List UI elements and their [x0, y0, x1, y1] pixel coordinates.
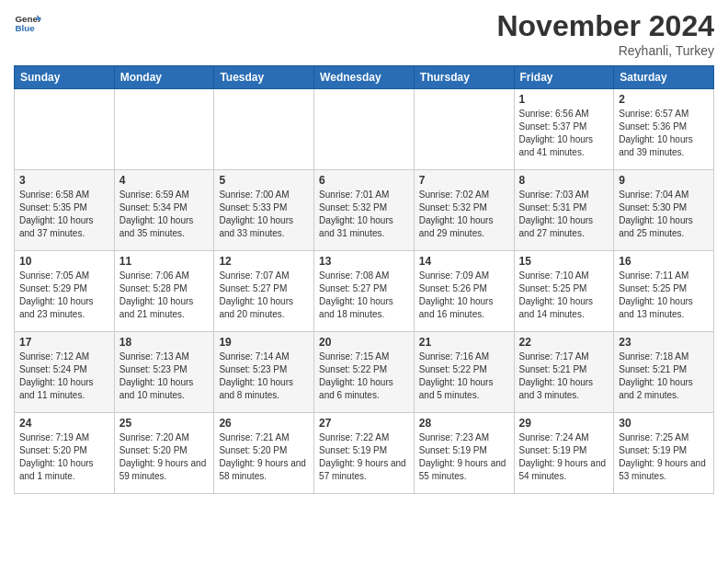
cell-content-1-4: Sunrise: 7:02 AM Sunset: 5:32 PM Dayligh…: [419, 189, 509, 240]
header-area: General Blue November 2024 Reyhanli, Tur…: [14, 9, 714, 58]
cell-3-5: 22Sunrise: 7:17 AM Sunset: 5:21 PM Dayli…: [514, 332, 614, 413]
cell-4-2: 26Sunrise: 7:21 AM Sunset: 5:20 PM Dayli…: [214, 413, 314, 494]
cell-content-4-5: Sunrise: 7:24 AM Sunset: 5:19 PM Dayligh…: [519, 431, 609, 483]
cell-content-1-6: Sunrise: 7:04 AM Sunset: 5:30 PM Dayligh…: [619, 189, 709, 240]
day-number-4-4: 28: [419, 417, 509, 430]
cell-2-2: 12Sunrise: 7:07 AM Sunset: 5:27 PM Dayli…: [214, 251, 314, 332]
day-number-0-6: 2: [619, 93, 709, 106]
header-tuesday: Tuesday: [214, 66, 314, 89]
cell-0-5: 1Sunrise: 6:56 AM Sunset: 5:37 PM Daylig…: [514, 89, 614, 170]
cell-2-6: 16Sunrise: 7:11 AM Sunset: 5:25 PM Dayli…: [614, 251, 714, 332]
cell-content-4-6: Sunrise: 7:25 AM Sunset: 5:19 PM Dayligh…: [619, 431, 709, 483]
cell-content-2-6: Sunrise: 7:11 AM Sunset: 5:25 PM Dayligh…: [619, 270, 709, 321]
day-number-3-2: 19: [219, 336, 309, 349]
day-number-1-3: 6: [319, 174, 409, 187]
day-number-1-4: 7: [419, 174, 509, 187]
day-number-1-6: 9: [619, 174, 709, 187]
cell-3-3: 20Sunrise: 7:15 AM Sunset: 5:22 PM Dayli…: [314, 332, 415, 413]
cell-content-2-3: Sunrise: 7:08 AM Sunset: 5:27 PM Dayligh…: [319, 270, 409, 321]
cell-content-3-0: Sunrise: 7:12 AM Sunset: 5:24 PM Dayligh…: [19, 350, 109, 402]
cell-content-1-1: Sunrise: 6:59 AM Sunset: 5:34 PM Dayligh…: [119, 189, 210, 240]
day-number-1-5: 8: [519, 174, 609, 187]
cell-0-3: [314, 89, 415, 170]
cell-content-1-2: Sunrise: 7:00 AM Sunset: 5:33 PM Dayligh…: [219, 189, 309, 240]
day-number-4-3: 27: [319, 417, 409, 430]
cell-4-6: 30Sunrise: 7:25 AM Sunset: 5:19 PM Dayli…: [614, 413, 714, 494]
cell-content-3-6: Sunrise: 7:18 AM Sunset: 5:21 PM Dayligh…: [619, 350, 709, 402]
day-number-4-2: 26: [219, 417, 309, 430]
day-number-2-6: 16: [619, 255, 709, 268]
logo: General Blue: [14, 9, 41, 37]
header-thursday: Thursday: [414, 66, 514, 89]
calendar-table: Sunday Monday Tuesday Wednesday Thursday…: [14, 65, 714, 494]
day-number-1-2: 5: [219, 174, 309, 187]
cell-1-0: 3Sunrise: 6:58 AM Sunset: 5:35 PM Daylig…: [15, 170, 115, 251]
cell-content-1-0: Sunrise: 6:58 AM Sunset: 5:35 PM Dayligh…: [19, 189, 109, 240]
cell-1-4: 7Sunrise: 7:02 AM Sunset: 5:32 PM Daylig…: [414, 170, 514, 251]
cell-1-5: 8Sunrise: 7:03 AM Sunset: 5:31 PM Daylig…: [514, 170, 614, 251]
day-number-3-0: 17: [19, 336, 109, 349]
weekday-header-row: Sunday Monday Tuesday Wednesday Thursday…: [15, 66, 714, 89]
cell-content-4-1: Sunrise: 7:20 AM Sunset: 5:20 PM Dayligh…: [119, 431, 210, 483]
day-number-0-5: 1: [519, 93, 609, 106]
day-number-4-5: 29: [519, 417, 609, 430]
cell-3-0: 17Sunrise: 7:12 AM Sunset: 5:24 PM Dayli…: [15, 332, 115, 413]
cell-0-1: [114, 89, 214, 170]
cell-3-4: 21Sunrise: 7:16 AM Sunset: 5:22 PM Dayli…: [414, 332, 514, 413]
week-row-0: 1Sunrise: 6:56 AM Sunset: 5:37 PM Daylig…: [15, 89, 714, 170]
header-sunday: Sunday: [15, 66, 115, 89]
week-row-3: 17Sunrise: 7:12 AM Sunset: 5:24 PM Dayli…: [15, 332, 714, 413]
day-number-2-5: 15: [519, 255, 609, 268]
cell-0-6: 2Sunrise: 6:57 AM Sunset: 5:36 PM Daylig…: [614, 89, 714, 170]
cell-1-2: 5Sunrise: 7:00 AM Sunset: 5:33 PM Daylig…: [214, 170, 314, 251]
day-number-4-6: 30: [619, 417, 709, 430]
cell-content-4-3: Sunrise: 7:22 AM Sunset: 5:19 PM Dayligh…: [319, 431, 409, 483]
cell-content-2-1: Sunrise: 7:06 AM Sunset: 5:28 PM Dayligh…: [119, 270, 210, 321]
day-number-3-4: 21: [419, 336, 509, 349]
title-area: November 2024 Reyhanli, Turkey: [496, 9, 714, 58]
cell-content-4-2: Sunrise: 7:21 AM Sunset: 5:20 PM Dayligh…: [219, 431, 309, 483]
cell-4-3: 27Sunrise: 7:22 AM Sunset: 5:19 PM Dayli…: [314, 413, 415, 494]
cell-content-0-5: Sunrise: 6:56 AM Sunset: 5:37 PM Dayligh…: [519, 108, 609, 159]
cell-content-4-0: Sunrise: 7:19 AM Sunset: 5:20 PM Dayligh…: [19, 431, 109, 483]
day-number-2-3: 13: [319, 255, 409, 268]
cell-content-2-5: Sunrise: 7:10 AM Sunset: 5:25 PM Dayligh…: [519, 270, 609, 321]
day-number-2-4: 14: [419, 255, 509, 268]
cell-content-3-3: Sunrise: 7:15 AM Sunset: 5:22 PM Dayligh…: [319, 350, 409, 402]
day-number-4-0: 24: [19, 417, 109, 430]
cell-content-4-4: Sunrise: 7:23 AM Sunset: 5:19 PM Dayligh…: [419, 431, 509, 483]
day-number-2-1: 11: [119, 255, 210, 268]
week-row-1: 3Sunrise: 6:58 AM Sunset: 5:35 PM Daylig…: [15, 170, 714, 251]
cell-content-3-5: Sunrise: 7:17 AM Sunset: 5:21 PM Dayligh…: [519, 350, 609, 402]
day-number-4-1: 25: [119, 417, 210, 430]
header-wednesday: Wednesday: [314, 66, 415, 89]
cell-0-2: [214, 89, 314, 170]
logo-icon: General Blue: [14, 9, 41, 37]
cell-4-5: 29Sunrise: 7:24 AM Sunset: 5:19 PM Dayli…: [514, 413, 614, 494]
cell-2-3: 13Sunrise: 7:08 AM Sunset: 5:27 PM Dayli…: [314, 251, 415, 332]
day-number-2-0: 10: [19, 255, 109, 268]
cell-content-1-5: Sunrise: 7:03 AM Sunset: 5:31 PM Dayligh…: [519, 189, 609, 240]
cell-content-2-4: Sunrise: 7:09 AM Sunset: 5:26 PM Dayligh…: [419, 270, 509, 321]
header-friday: Friday: [514, 66, 614, 89]
month-title: November 2024: [496, 9, 714, 43]
cell-content-2-2: Sunrise: 7:07 AM Sunset: 5:27 PM Dayligh…: [219, 270, 309, 321]
cell-content-3-2: Sunrise: 7:14 AM Sunset: 5:23 PM Dayligh…: [219, 350, 309, 402]
day-number-3-3: 20: [319, 336, 409, 349]
day-number-1-1: 4: [119, 174, 210, 187]
svg-text:Blue: Blue: [16, 23, 36, 33]
cell-content-2-0: Sunrise: 7:05 AM Sunset: 5:29 PM Dayligh…: [19, 270, 109, 321]
cell-0-4: [414, 89, 514, 170]
cell-2-0: 10Sunrise: 7:05 AM Sunset: 5:29 PM Dayli…: [15, 251, 115, 332]
cell-2-1: 11Sunrise: 7:06 AM Sunset: 5:28 PM Dayli…: [114, 251, 214, 332]
week-row-4: 24Sunrise: 7:19 AM Sunset: 5:20 PM Dayli…: [15, 413, 714, 494]
page-container: General Blue November 2024 Reyhanli, Tur…: [0, 0, 728, 499]
header-monday: Monday: [114, 66, 214, 89]
cell-3-1: 18Sunrise: 7:13 AM Sunset: 5:23 PM Dayli…: [114, 332, 214, 413]
cell-1-6: 9Sunrise: 7:04 AM Sunset: 5:30 PM Daylig…: [614, 170, 714, 251]
cell-content-1-3: Sunrise: 7:01 AM Sunset: 5:32 PM Dayligh…: [319, 189, 409, 240]
cell-2-5: 15Sunrise: 7:10 AM Sunset: 5:25 PM Dayli…: [514, 251, 614, 332]
week-row-2: 10Sunrise: 7:05 AM Sunset: 5:29 PM Dayli…: [15, 251, 714, 332]
cell-1-1: 4Sunrise: 6:59 AM Sunset: 5:34 PM Daylig…: [114, 170, 214, 251]
cell-content-0-6: Sunrise: 6:57 AM Sunset: 5:36 PM Dayligh…: [619, 108, 709, 159]
